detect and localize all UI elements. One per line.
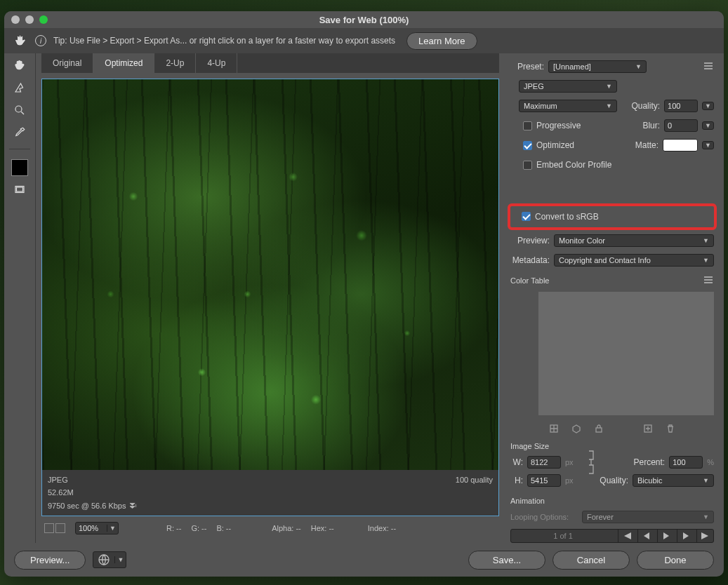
- prev-frame-button[interactable]: [637, 530, 654, 542]
- resample-select[interactable]: Bicubic▼: [633, 474, 714, 487]
- dialog-footer: Preview... ▼ Save... Cancel Done: [4, 543, 724, 577]
- eyedropper-color-swatch[interactable]: [11, 159, 28, 176]
- metadata-select[interactable]: Copyright and Contact Info▼: [554, 254, 714, 267]
- blur-label: Blur:: [642, 121, 660, 130]
- readout-alpha: Alpha: --: [272, 524, 301, 532]
- preview-label: Preview:: [510, 236, 550, 246]
- done-button[interactable]: Done: [637, 551, 714, 570]
- height-input[interactable]: [527, 474, 561, 487]
- status-icon-1[interactable]: [44, 523, 54, 533]
- ct-new-icon[interactable]: [643, 424, 653, 433]
- cancel-button[interactable]: Cancel: [552, 551, 630, 570]
- animation-header: Animation: [510, 497, 545, 505]
- readout-g: G: --: [191, 524, 206, 532]
- hand-tool-icon: [13, 33, 28, 48]
- blur-dropdown[interactable]: ▼: [702, 121, 714, 130]
- slice-select-tool[interactable]: [9, 79, 30, 97]
- next-frame-button[interactable]: [677, 530, 694, 542]
- quality-input[interactable]: [664, 100, 698, 112]
- zoom-input[interactable]: [76, 523, 107, 534]
- compression-select[interactable]: Maximum▼: [519, 100, 617, 112]
- preview-canvas[interactable]: [42, 79, 498, 470]
- toggle-slices-visibility[interactable]: [9, 180, 30, 199]
- readout-hex: Hex: --: [311, 524, 334, 532]
- connection-speed-flyout[interactable]: [130, 502, 137, 509]
- convert-srgb-label: Convert to sRGB: [535, 212, 599, 222]
- tab-optimized[interactable]: Optimized: [93, 53, 154, 73]
- optimize-menu-flyout[interactable]: [704, 62, 714, 72]
- eyedropper-tool[interactable]: [9, 123, 30, 142]
- looping-select: Forever▼: [582, 511, 714, 523]
- matte-label: Matte:: [635, 140, 658, 150]
- zoom-select[interactable]: ▼: [75, 522, 119, 534]
- embed-profile-label: Embed Color Profile: [536, 160, 611, 170]
- ct-lock-icon[interactable]: [594, 424, 604, 433]
- preset-label: Preset:: [510, 62, 544, 72]
- tab-original[interactable]: Original: [41, 53, 93, 73]
- progressive-label: Progressive: [536, 121, 581, 130]
- globe-icon: [93, 552, 114, 567]
- color-table-header: Color Table: [510, 276, 549, 285]
- metadata-label: Metadata:: [510, 255, 550, 265]
- looping-label: Looping Options:: [510, 513, 578, 521]
- quality-dropdown[interactable]: ▼: [702, 102, 714, 110]
- tab-4up[interactable]: 4-Up: [196, 53, 237, 73]
- ct-trash-icon[interactable]: [666, 424, 675, 433]
- svg-point-0: [15, 106, 22, 112]
- svg-rect-4: [596, 428, 602, 432]
- status-icon-2[interactable]: [55, 523, 65, 533]
- embed-profile-checkbox[interactable]: [523, 161, 532, 170]
- percent-unit: %: [707, 458, 714, 466]
- meta-quality: 100 quality: [456, 474, 493, 486]
- optimized-checkbox[interactable]: [523, 141, 532, 150]
- last-frame-button[interactable]: [696, 530, 713, 542]
- play-button[interactable]: [657, 530, 674, 542]
- matte-color[interactable]: [663, 139, 698, 152]
- width-label: W:: [510, 457, 523, 467]
- save-button[interactable]: Save...: [468, 551, 545, 570]
- tip-text: Tip: Use File > Export > Export As... or…: [53, 36, 395, 46]
- preview-pane[interactable]: JPEG 100 quality 52.62M 9750 sec @ 56.6 …: [41, 79, 499, 516]
- zoom-tool[interactable]: [9, 101, 30, 119]
- color-table: [538, 292, 714, 415]
- convert-srgb-checkbox[interactable]: [522, 212, 531, 221]
- blur-input[interactable]: [664, 119, 698, 132]
- first-frame-button[interactable]: [618, 530, 635, 542]
- tip-bar: i Tip: Use File > Export > Export As... …: [4, 28, 724, 53]
- readout-b: B: --: [216, 524, 231, 532]
- progressive-checkbox[interactable]: [523, 121, 532, 130]
- animation-controls: 1 of 1: [510, 529, 714, 543]
- preview-button[interactable]: Preview...: [14, 551, 86, 570]
- image-size-header: Image Size: [510, 442, 549, 450]
- width-input[interactable]: [527, 456, 561, 469]
- percent-input[interactable]: [669, 456, 703, 469]
- learn-more-button[interactable]: Learn More: [406, 32, 477, 50]
- frame-counter: 1 of 1: [511, 532, 615, 540]
- percent-label: Percent:: [634, 457, 666, 467]
- chevron-down-icon[interactable]: ▼: [114, 556, 126, 563]
- convert-srgb-highlight: Convert to sRGB: [508, 203, 717, 230]
- save-for-web-dialog: Save for Web (100%) i Tip: Use File > Ex…: [4, 11, 724, 577]
- meta-filesize: 52.62M: [48, 487, 493, 499]
- meta-download-time: 9750 sec @ 56.6 Kbps: [48, 500, 126, 512]
- chevron-down-icon[interactable]: ▼: [107, 525, 118, 532]
- constrain-proportions-icon[interactable]: [586, 448, 596, 476]
- ct-snap-icon[interactable]: [549, 424, 559, 433]
- titlebar: Save for Web (100%): [4, 11, 724, 28]
- ct-shift-icon[interactable]: [571, 424, 581, 433]
- toolstrip: [4, 53, 36, 543]
- color-table-flyout[interactable]: [704, 276, 714, 285]
- hand-tool[interactable]: [9, 56, 30, 74]
- matte-dropdown[interactable]: ▼: [702, 141, 714, 149]
- tab-2up[interactable]: 2-Up: [154, 53, 196, 73]
- info-icon: i: [35, 35, 46, 46]
- window-title: Save for Web (100%): [4, 15, 724, 25]
- preview-device-select[interactable]: ▼: [93, 551, 126, 568]
- preview-tabs: Original Optimized 2-Up 4-Up: [41, 53, 499, 73]
- format-select[interactable]: JPEG▼: [519, 80, 617, 93]
- readout-r: R: --: [166, 524, 181, 532]
- svg-rect-2: [17, 187, 23, 191]
- preview-select[interactable]: Monitor Color▼: [554, 234, 714, 247]
- statusbar: ▼ R: -- G: -- B: -- Alpha: -- Hex: -- In…: [41, 519, 499, 537]
- preset-select[interactable]: [Unnamed]▼: [548, 60, 647, 73]
